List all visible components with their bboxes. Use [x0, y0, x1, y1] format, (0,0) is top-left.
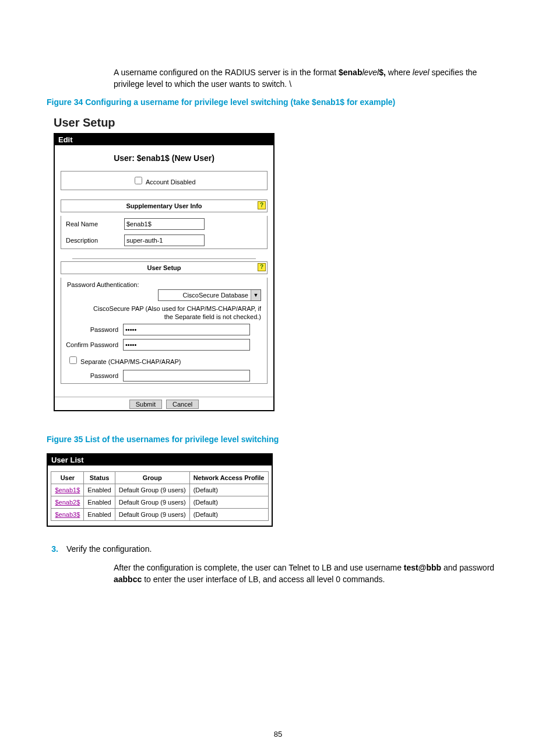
user-list-panel: User List User Status Group Network Acce… — [47, 453, 273, 527]
account-disabled-label: Account Disabled — [146, 178, 196, 186]
text-bold: $, — [379, 68, 386, 77]
cell-nap: (Default) — [189, 496, 268, 509]
cell-nap: (Default) — [189, 509, 268, 521]
cell-group: Default Group (9 users) — [115, 496, 189, 509]
confirm-password-label: Confirm Password — [66, 341, 123, 348]
chevron-down-icon: ▼ — [251, 290, 261, 300]
cell-user: $enab1$ — [51, 484, 84, 496]
figure-34-caption: Figure 34 Configuring a username for pri… — [47, 97, 509, 107]
separate-label: Separate (CHAP/MS-CHAP/ARAP) — [80, 358, 181, 365]
table-row: $enab2$EnabledDefault Group (9 users)(De… — [51, 496, 268, 509]
description-label: Description — [66, 237, 118, 244]
user-list-header: User List — [48, 454, 272, 466]
text: to enter the user interface of LB, and a… — [142, 575, 385, 584]
separate-password-label: Password — [66, 372, 123, 379]
select-value: CiscoSecure Database — [159, 290, 251, 300]
password-label: Password — [66, 326, 123, 333]
step-3: 3. Verify the configuration. — [47, 544, 509, 554]
supplementary-info-header: Supplementary User Info ? — [61, 200, 268, 212]
cell-status: Enabled — [84, 496, 115, 509]
text: and password — [441, 563, 494, 572]
pap-note: CiscoSecure PAP (Also used for CHAP/MS-C… — [61, 303, 267, 323]
user-setup-subheader: User Setup ? — [61, 261, 268, 274]
col-group: Group — [115, 472, 189, 484]
text-bold: aabbcc — [114, 575, 142, 584]
user-link[interactable]: $enab3$ — [55, 511, 80, 518]
cell-group: Default Group (9 users) — [115, 509, 189, 521]
real-name-label: Real Name — [66, 220, 118, 228]
pw-auth-select[interactable]: CiscoSecure Database ▼ — [158, 289, 261, 301]
help-icon[interactable]: ? — [258, 263, 266, 271]
user-link[interactable]: $enab2$ — [55, 499, 80, 506]
cell-nap: (Default) — [189, 484, 268, 496]
text: A username configured on the RADIUS serv… — [114, 68, 339, 77]
account-disabled-checkbox[interactable] — [135, 177, 142, 184]
user-setup-title: User Setup — [54, 116, 509, 130]
col-status: Status — [84, 472, 115, 484]
user-setup-panel: Edit User: $enab1$ (New User) Account Di… — [54, 133, 275, 412]
cell-status: Enabled — [84, 509, 115, 521]
text-bold: $enab — [339, 68, 362, 77]
step-3-paragraph: After the configuration is complete, the… — [114, 562, 509, 586]
pw-auth-label: Password Authentication: — [61, 278, 267, 289]
user-setup-box: Password Authentication: CiscoSecure Dat… — [61, 278, 268, 384]
cell-user: $enab3$ — [51, 509, 84, 521]
separate-password-input[interactable] — [123, 370, 250, 382]
table-header-row: User Status Group Network Access Profile — [51, 472, 268, 484]
intro-paragraph: A username configured on the RADIUS serv… — [114, 66, 509, 90]
cell-status: Enabled — [84, 484, 115, 496]
cell-group: Default Group (9 users) — [115, 484, 189, 496]
real-name-input[interactable] — [124, 218, 205, 230]
submit-button[interactable]: Submit — [129, 400, 162, 409]
figure-35-caption: Figure 35 List of the usernames for priv… — [47, 435, 509, 444]
text: After the configuration is complete, the… — [114, 563, 404, 572]
step-text: Verify the configuration. — [66, 544, 152, 554]
supplementary-info-box: Real Name Description — [61, 216, 268, 249]
cell-user: $enab2$ — [51, 496, 84, 509]
description-input[interactable] — [124, 235, 205, 246]
section-header-text: Supplementary User Info — [126, 202, 202, 209]
user-heading: User: $enab1$ (New User) — [61, 153, 268, 163]
account-disabled-box: Account Disabled — [61, 171, 268, 190]
user-list-table: User Status Group Network Access Profile… — [51, 471, 268, 521]
edit-bar: Edit — [55, 134, 273, 145]
section-header-text: User Setup — [147, 264, 181, 271]
table-row: $enab1$EnabledDefault Group (9 users)(De… — [51, 484, 268, 496]
text-bold: test@bbb — [404, 563, 441, 572]
step-number: 3. — [47, 544, 58, 554]
help-icon[interactable]: ? — [258, 201, 266, 209]
col-nap: Network Access Profile — [189, 472, 268, 484]
text-italic: level — [413, 68, 430, 77]
separate-checkbox[interactable] — [69, 356, 77, 364]
table-row: $enab3$EnabledDefault Group (9 users)(De… — [51, 509, 268, 521]
divider — [72, 258, 256, 259]
cancel-button[interactable]: Cancel — [166, 400, 199, 409]
page-number: 85 — [0, 730, 556, 738]
text-italic: level — [362, 68, 379, 77]
button-row: Submit Cancel — [55, 397, 273, 410]
password-input[interactable] — [123, 324, 250, 335]
user-link[interactable]: $enab1$ — [55, 487, 80, 494]
confirm-password-input[interactable] — [123, 339, 250, 351]
text: where — [386, 68, 413, 77]
col-user: User — [51, 472, 84, 484]
